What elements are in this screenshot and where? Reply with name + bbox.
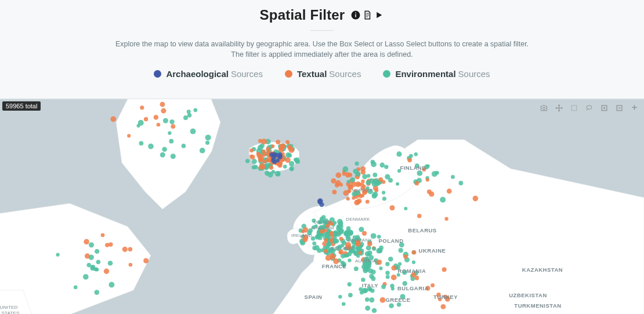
data-point-enviro[interactable] — [385, 271, 389, 275]
data-point-enviro[interactable] — [193, 108, 197, 112]
data-point-enviro[interactable] — [417, 170, 423, 176]
data-point-textual[interactable] — [330, 254, 335, 260]
data-point-enviro[interactable] — [372, 308, 377, 313]
data-point-enviro[interactable] — [409, 154, 413, 158]
data-point-enviro[interactable] — [283, 165, 287, 169]
data-point-enviro[interactable] — [109, 282, 115, 288]
data-point-textual[interactable] — [415, 276, 419, 280]
data-point-textual[interactable] — [250, 155, 255, 159]
data-point-enviro[interactable] — [371, 276, 375, 281]
data-point-enviro[interactable] — [366, 180, 370, 185]
data-point-enviro[interactable] — [277, 173, 280, 176]
data-point-textual[interactable] — [128, 247, 133, 251]
data-point-enviro[interactable] — [398, 262, 401, 265]
data-point-enviro[interactable] — [190, 129, 196, 134]
info-icon[interactable] — [350, 10, 361, 20]
data-point-archaeo[interactable] — [317, 198, 323, 203]
data-point-textual[interactable] — [407, 158, 412, 162]
pan-icon[interactable] — [552, 101, 565, 114]
data-point-enviro[interactable] — [182, 144, 186, 148]
data-point-enviro[interactable] — [386, 275, 390, 279]
data-point-textual[interactable] — [366, 200, 370, 204]
data-point-textual[interactable] — [444, 217, 448, 221]
data-point-textual[interactable] — [417, 214, 421, 218]
data-point-enviro[interactable] — [169, 119, 174, 124]
data-point-textual[interactable] — [412, 250, 417, 255]
data-point-enviro[interactable] — [245, 159, 249, 163]
data-point-textual[interactable] — [359, 251, 363, 255]
data-point-textual[interactable] — [285, 158, 291, 163]
data-point-enviro[interactable] — [342, 302, 346, 306]
data-point-textual[interactable] — [271, 144, 274, 148]
data-point-enviro[interactable] — [348, 258, 351, 262]
data-point-enviro[interactable] — [334, 233, 337, 236]
data-point-textual[interactable] — [429, 191, 434, 196]
data-point-textual[interactable] — [84, 239, 89, 245]
data-point-textual[interactable] — [426, 178, 429, 181]
data-point-textual[interactable] — [380, 297, 386, 303]
data-point-enviro[interactable] — [396, 151, 401, 156]
data-point-enviro[interactable] — [96, 260, 101, 265]
data-point-textual[interactable] — [336, 173, 342, 178]
data-point-textual[interactable] — [157, 123, 161, 127]
data-point-textual[interactable] — [144, 117, 148, 121]
data-point-textual[interactable] — [447, 189, 452, 194]
data-point-textual[interactable] — [85, 253, 90, 258]
data-point-enviro[interactable] — [361, 278, 365, 282]
reset-icon[interactable] — [628, 101, 641, 114]
data-point-textual[interactable] — [140, 105, 144, 109]
data-point-enviro[interactable] — [354, 266, 359, 271]
map-canvas[interactable]: FINLANDNORWAYDENMARKBELARUSUNITEDKINGDOM… — [0, 99, 644, 314]
play-icon[interactable] — [374, 10, 384, 20]
data-point-textual[interactable] — [339, 237, 343, 241]
data-point-enviro[interactable] — [187, 113, 192, 118]
data-point-textual[interactable] — [346, 197, 350, 200]
data-point-enviro[interactable] — [252, 159, 257, 164]
data-point-enviro[interactable] — [389, 303, 394, 308]
data-point-enviro[interactable] — [160, 152, 165, 158]
data-point-enviro[interactable] — [205, 134, 211, 140]
data-point-enviro[interactable] — [388, 257, 393, 262]
data-point-enviro[interactable] — [95, 249, 99, 254]
data-point-enviro[interactable] — [440, 197, 446, 203]
data-point-enviro[interactable] — [139, 141, 144, 145]
data-point-enviro[interactable] — [163, 118, 168, 123]
zoom-out-icon[interactable] — [613, 101, 625, 114]
data-point-enviro[interactable] — [148, 144, 154, 149]
data-point-textual[interactable] — [262, 149, 266, 154]
data-point-textual[interactable] — [403, 254, 408, 259]
data-point-enviro[interactable] — [91, 265, 95, 269]
data-point-enviro[interactable] — [348, 282, 352, 286]
data-point-textual[interactable] — [361, 180, 365, 184]
data-point-enviro[interactable] — [412, 261, 415, 264]
data-point-textual[interactable] — [110, 116, 116, 122]
data-point-enviro[interactable] — [169, 139, 173, 144]
data-point-enviro[interactable] — [343, 253, 348, 258]
data-point-textual[interactable] — [276, 140, 280, 144]
data-point-enviro[interactable] — [372, 173, 377, 177]
data-point-textual[interactable] — [473, 196, 479, 202]
map-container[interactable]: 59965 total — [0, 98, 644, 314]
data-point-enviro[interactable] — [368, 268, 373, 273]
data-point-textual[interactable] — [258, 155, 264, 160]
data-point-enviro[interactable] — [338, 295, 342, 298]
data-point-enviro[interactable] — [86, 263, 91, 268]
data-point-enviro[interactable] — [187, 109, 191, 114]
zoom-in-icon[interactable] — [598, 101, 610, 114]
data-point-textual[interactable] — [108, 242, 113, 247]
data-point-enviro[interactable] — [355, 162, 359, 166]
data-point-enviro[interactable] — [404, 207, 407, 210]
data-point-enviro[interactable] — [346, 180, 350, 183]
data-point-textual[interactable] — [122, 247, 128, 252]
data-point-enviro[interactable] — [325, 233, 330, 238]
data-point-textual[interactable] — [377, 260, 382, 265]
data-point-enviro[interactable] — [372, 192, 378, 198]
data-point-textual[interactable] — [362, 231, 367, 236]
box-select-icon[interactable] — [567, 101, 580, 114]
data-point-textual[interactable] — [143, 258, 149, 264]
data-point-enviro[interactable] — [108, 261, 113, 266]
data-point-textual[interactable] — [161, 108, 166, 114]
data-point-enviro[interactable] — [371, 162, 377, 167]
data-point-textual[interactable] — [129, 263, 133, 267]
data-point-enviro[interactable] — [384, 165, 388, 169]
